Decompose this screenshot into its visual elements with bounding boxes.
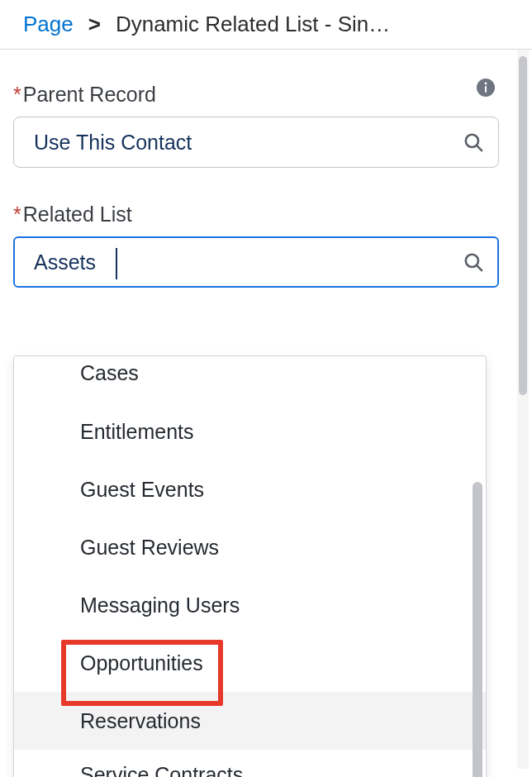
properties-panel: *Parent Record Use This Contact *Related… xyxy=(0,50,512,769)
parent-record-value: Use This Contact xyxy=(34,131,192,155)
dropdown-scrollbar-thumb[interactable] xyxy=(473,482,482,777)
dropdown-option[interactable]: Messaging Users xyxy=(14,576,486,634)
required-indicator: * xyxy=(13,203,21,226)
dropdown-option-label: Messaging Users xyxy=(80,593,240,617)
related-list-label: *Related List xyxy=(13,203,499,226)
related-list-dropdown: CasesEntitlementsGuest EventsGuest Revie… xyxy=(13,355,487,777)
dropdown-option-label: Guest Reviews xyxy=(80,536,219,560)
dropdown-option[interactable]: Entitlements xyxy=(14,403,486,460)
dropdown-option[interactable]: Service Contracts xyxy=(14,750,486,777)
chevron-right-icon: > xyxy=(88,12,101,37)
parent-record-input[interactable]: Use This Contact xyxy=(13,117,499,168)
dropdown-option[interactable]: Cases xyxy=(14,356,486,403)
breadcrumb-current: Dynamic Related List - Sin… xyxy=(116,12,390,37)
dropdown-option-label: Cases xyxy=(80,361,139,385)
related-list-input[interactable]: Assets xyxy=(13,236,499,288)
svg-line-4 xyxy=(477,145,482,151)
search-icon[interactable] xyxy=(463,131,484,153)
text-caret xyxy=(116,248,117,279)
dropdown-option-label: Reservations xyxy=(80,709,201,733)
info-icon[interactable] xyxy=(476,78,496,98)
dropdown-option-label: Guest Events xyxy=(80,478,204,502)
breadcrumb-root-link[interactable]: Page xyxy=(23,12,74,37)
svg-line-6 xyxy=(477,265,482,271)
dropdown-option[interactable]: Guest Reviews xyxy=(14,518,486,576)
related-list-row: *Related List Assets xyxy=(13,203,499,288)
parent-record-row: *Parent Record Use This Contact xyxy=(13,83,499,168)
svg-rect-1 xyxy=(485,86,487,93)
panel-scrollbar[interactable] xyxy=(512,50,532,769)
svg-point-3 xyxy=(466,135,478,147)
related-list-value: Assets xyxy=(34,250,96,274)
search-icon[interactable] xyxy=(463,251,484,273)
dropdown-option[interactable]: Opportunities xyxy=(14,634,486,692)
required-indicator: * xyxy=(13,83,21,106)
dropdown-option-label: Service Contracts xyxy=(80,763,243,778)
dropdown-option-label: Opportunities xyxy=(80,651,203,675)
svg-point-5 xyxy=(466,255,478,267)
breadcrumb: Page > Dynamic Related List - Sin… xyxy=(0,0,532,50)
dropdown-option-label: Entitlements xyxy=(80,420,194,444)
dropdown-option[interactable]: Reservations xyxy=(14,692,486,750)
svg-point-2 xyxy=(485,83,487,85)
dropdown-option[interactable]: Guest Events xyxy=(14,460,486,518)
parent-record-label: *Parent Record xyxy=(13,83,499,107)
